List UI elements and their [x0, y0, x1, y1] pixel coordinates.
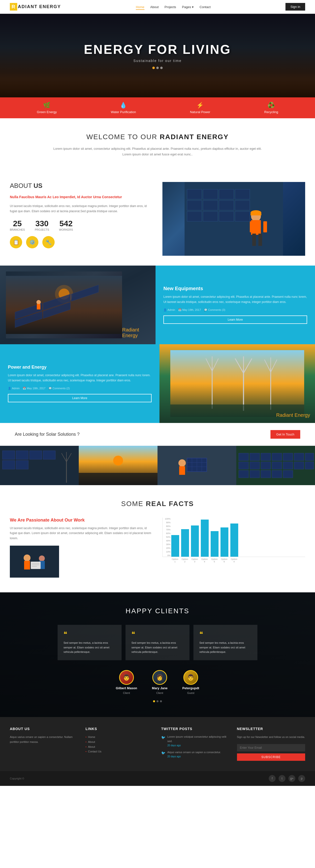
slider-dot-1[interactable]	[153, 700, 155, 702]
dual-section-1: Radiant Energy New Equipments Lorem ipsu…	[0, 266, 315, 344]
svg-point-57	[113, 456, 123, 465]
svg-point-91	[39, 555, 45, 561]
svg-rect-61	[179, 466, 185, 475]
dual-right-text: New Equipments Lorem ipsum dolor sit ame…	[155, 266, 315, 344]
svg-rect-10	[203, 212, 218, 221]
nav-home[interactable]: Home	[136, 5, 144, 10]
client-1-avatar: 👨	[119, 670, 134, 685]
bar-2	[181, 529, 189, 556]
testimonial-1-text: Sed semper leo metus, a lacinia eros sem…	[63, 641, 116, 654]
nav-about[interactable]: About	[150, 5, 159, 9]
hero-dot-3[interactable]	[160, 67, 163, 69]
chart-label-1: Option 1	[171, 558, 179, 563]
nav-contact[interactable]: Contact	[200, 5, 211, 9]
dual-label-right: Radiant Energy	[276, 412, 310, 418]
nav-projects[interactable]: Projects	[165, 5, 176, 9]
slider-dots	[10, 700, 305, 702]
stat-projects-label: Projects	[35, 228, 49, 231]
svg-point-29	[36, 300, 41, 304]
footer-links-title: Links	[86, 727, 154, 731]
hero-dot-1[interactable]	[152, 67, 155, 69]
testimonials-row: ❝ Sed semper leo metus, a lacinia eros s…	[10, 625, 305, 660]
svg-rect-58	[79, 473, 158, 485]
dual-label-left: Radiant Energy	[122, 327, 150, 338]
svg-rect-15	[250, 221, 254, 232]
client-2-name: Mary Jane	[152, 686, 168, 690]
svg-rect-80	[283, 462, 293, 469]
svg-rect-81	[294, 462, 304, 469]
get-in-touch-button[interactable]: Get In Touch	[270, 430, 300, 439]
chart-label-3: Option 3	[191, 558, 199, 563]
facts-left: We Are Passionate About Our Work Ut laor…	[10, 518, 152, 578]
footer-twitter: Twitter Posts 🐦 Lorem ipsum volutpat con…	[161, 727, 230, 761]
about-section: ABOUT US Nulla Faucibus Mauris Ac Leo Im…	[0, 172, 315, 266]
welcome-body: Lorem ipsum dolor sit amet, consectetur …	[49, 146, 266, 157]
svg-rect-73	[283, 453, 293, 461]
social-pinterest[interactable]: p	[298, 775, 305, 782]
facts-body: Ut laoreet iaculis tristique, sollicitud…	[10, 526, 152, 541]
client-2-avatar: 👩	[152, 670, 167, 685]
social-twitter[interactable]: t	[279, 775, 285, 782]
logo-text: ADIANT ENERGY	[18, 4, 61, 9]
hero-title: ENERGY FOR LIVING	[84, 42, 231, 57]
svg-rect-46	[2, 451, 15, 459]
footer-bottom: Copyright © f t g+ p	[0, 771, 315, 786]
feature-natural-power: ⚡ Natural Power	[190, 102, 210, 114]
social-facebook[interactable]: f	[269, 775, 276, 782]
client-1: 👨 Gilbert Mason Client	[116, 670, 137, 694]
power-learn-more-button[interactable]: Learn More	[8, 394, 151, 402]
svg-rect-12	[235, 212, 250, 221]
hero-content: ENERGY FOR LIVING Sustainable for our ti…	[84, 42, 231, 69]
footer-link-about2[interactable]: About	[88, 745, 154, 749]
facts-heading: We Are Passionate About Our Work	[10, 518, 152, 523]
power-block-body: Lorem ipsum dolor sit amet, consectetur …	[8, 373, 151, 383]
newsletter-email-input[interactable]	[237, 744, 306, 751]
slider-dot-3[interactable]	[160, 700, 162, 702]
footer-about-text: Aiquo varius ornare un sapien a consecte…	[10, 735, 78, 745]
testimonial-3-text: Sed semper leo metus, a lacinia eros sem…	[199, 641, 252, 654]
bar-5	[211, 531, 219, 556]
footer-newsletter: Newsletter Sign up for our Newsletter an…	[237, 727, 306, 761]
bar-chart: 100%90%80%70%60%50%40%30%20%10%0% Option…	[163, 518, 305, 567]
client-1-role: Client	[123, 691, 130, 694]
about-right	[163, 182, 305, 256]
feature-water-purification: 💧 Water Purification	[111, 102, 136, 114]
nav-pages[interactable]: Pages ▾	[182, 5, 194, 9]
svg-point-60	[178, 459, 186, 467]
svg-rect-30	[37, 304, 40, 309]
svg-rect-50	[2, 461, 15, 469]
about-subtitle: Nulla Faucibus Mauris Ac Leo Imperdiet, …	[10, 194, 152, 200]
subscribe-button[interactable]: SUBSCRIBE	[237, 753, 306, 761]
svg-rect-16	[263, 221, 267, 232]
client-3-role: Guest	[187, 691, 194, 694]
hero-section: ENERGY FOR LIVING Sustainable for our ti…	[0, 14, 315, 97]
hero-dot-2[interactable]	[156, 67, 159, 69]
welcome-heading: WELCOME TO OUR RADIANT ENERGY	[49, 133, 266, 141]
slider-dot-2[interactable]	[156, 700, 159, 702]
happy-clients-section: HAPPY CLIENTS ❝ Sed semper leo metus, a …	[0, 592, 315, 717]
water-purification-icon: 💧	[120, 102, 127, 109]
facts-right: 100%90%80%70%60%50%40%30%20%10%0% Option…	[163, 518, 305, 578]
testimonial-2-quote: ❝	[132, 631, 183, 638]
bar-4	[201, 520, 209, 557]
footer-about: About Us Aiquo varius ornare un sapien a…	[10, 727, 78, 761]
logo-r: R	[10, 3, 17, 10]
gallery-item-4	[236, 446, 315, 485]
chart-label-4: Option 4	[201, 558, 208, 563]
signin-button[interactable]: Sign in	[285, 3, 305, 10]
footer-link-home[interactable]: Home	[88, 735, 154, 740]
chart-label-6: Option 6	[220, 558, 228, 563]
news-learn-more-button[interactable]: Learn More	[164, 315, 307, 324]
logo[interactable]: R ADIANT ENERGY	[10, 3, 61, 10]
client-3: 👨 Petergupdt Guest	[182, 670, 199, 694]
footer-link-about[interactable]: About	[88, 740, 154, 745]
client-1-name: Gilbert Mason	[116, 686, 137, 690]
svg-rect-7	[219, 200, 234, 210]
chart-label-5: Option 5	[210, 558, 218, 563]
svg-rect-4	[235, 189, 250, 199]
svg-rect-6	[203, 200, 218, 210]
footer-link-contact[interactable]: Contact Us	[88, 749, 154, 754]
svg-rect-78	[261, 462, 271, 469]
social-googleplus[interactable]: g+	[288, 775, 295, 782]
svg-rect-79	[272, 462, 282, 469]
